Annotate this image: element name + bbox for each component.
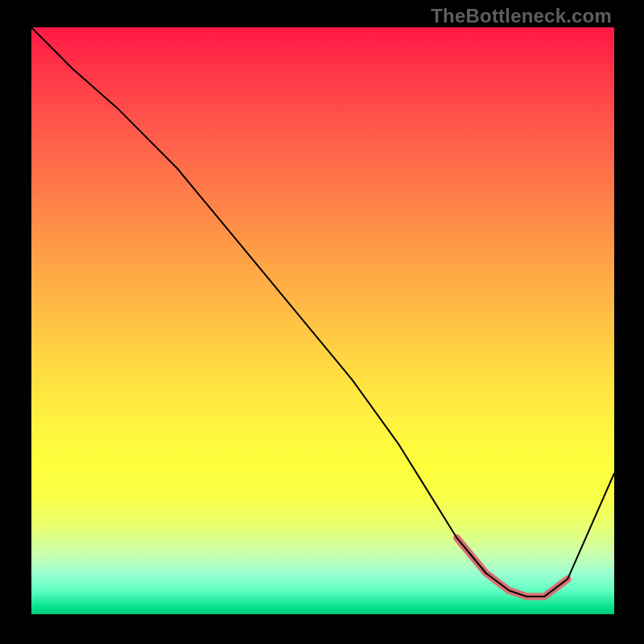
- bottleneck-curve: [31, 27, 614, 597]
- plot-area: [31, 27, 614, 614]
- chart-frame: TheBottleneck.com: [0, 0, 644, 644]
- watermark-text: TheBottleneck.com: [431, 5, 612, 27]
- curve-overlay: [31, 27, 614, 614]
- highlight-segment: [457, 538, 568, 597]
